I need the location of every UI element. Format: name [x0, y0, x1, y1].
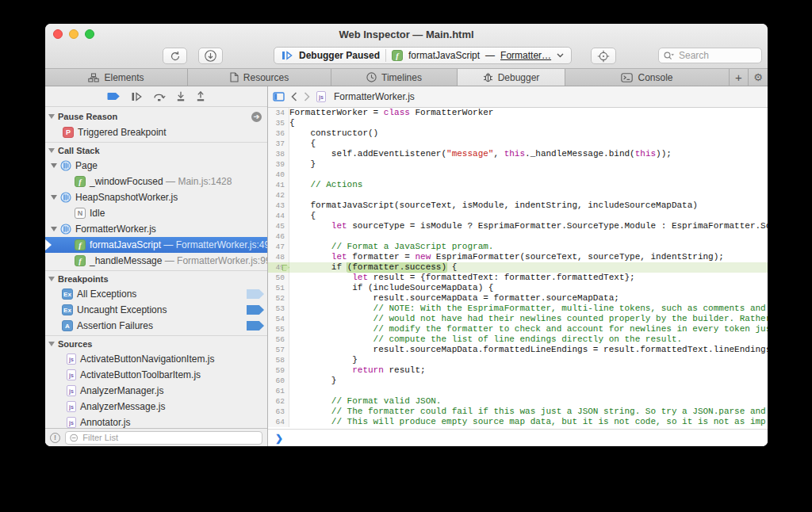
- step-over-button[interactable]: [153, 91, 166, 101]
- line-number-gutter[interactable]: 36: [268, 128, 289, 139]
- tab-debugger[interactable]: Debugger: [458, 69, 565, 86]
- goto-arrow-icon[interactable]: ➔: [251, 112, 262, 122]
- line-number-gutter[interactable]: 43: [268, 201, 289, 211]
- line-number-gutter[interactable]: 59: [268, 365, 289, 376]
- code-text: if (includeSourceMapData) {: [289, 283, 768, 293]
- line-number-gutter[interactable]: 40: [268, 170, 289, 180]
- line-number-gutter[interactable]: 54: [268, 314, 289, 324]
- current-file-crumb[interactable]: js FormatterWorker.js: [316, 91, 415, 102]
- frame-location: — Main.js:1428: [163, 176, 232, 187]
- line-number-gutter[interactable]: 63: [268, 407, 289, 417]
- thread-row[interactable]: Page: [45, 158, 267, 174]
- breakpoint-marker-icon[interactable]: [247, 305, 264, 315]
- tab-resources[interactable]: Resources: [188, 69, 331, 86]
- code-line: 51 if (includeSourceMapData) {: [268, 283, 768, 293]
- search-field[interactable]: [658, 48, 762, 63]
- line-number-gutter[interactable]: 58: [268, 355, 289, 365]
- element-picker-button[interactable]: [591, 48, 616, 64]
- line-number-gutter[interactable]: 45: [268, 221, 289, 231]
- breakpoint-row[interactable]: AAssertion Failures: [45, 318, 267, 334]
- section-header-pause-reason[interactable]: Pause Reason➔: [45, 109, 267, 124]
- call-stack-frame[interactable]: f_windowFocused — Main.js:1428: [45, 174, 267, 189]
- source-file-row[interactable]: jsAnalyzerMessage.js: [45, 399, 267, 415]
- new-tab-button[interactable]: +: [730, 69, 749, 86]
- code-line: 64 // This will produce empty source map…: [268, 417, 768, 427]
- thread-row[interactable]: FormatterWorker.js: [45, 221, 267, 237]
- filter-list-input[interactable]: [81, 432, 258, 443]
- frame-name: _windowFocused: [90, 176, 163, 187]
- js-file-icon: js: [67, 353, 76, 365]
- code-line: 63 // The formatter could fail if this w…: [268, 407, 768, 417]
- line-number-gutter[interactable]: 34: [268, 108, 289, 118]
- pause-reason-item[interactable]: PTriggered Breakpoint: [45, 124, 267, 140]
- gear-icon: ⚙: [753, 71, 763, 83]
- breakpoints-toggle-button[interactable]: [107, 92, 121, 101]
- line-number-gutter[interactable]: 52: [268, 293, 289, 304]
- section-header-sources[interactable]: Sources: [45, 335, 267, 351]
- line-number-gutter[interactable]: 64: [268, 417, 289, 427]
- source-file-row[interactable]: jsAnalyzerManager.js: [45, 383, 267, 399]
- line-number-gutter[interactable]: 41: [268, 180, 289, 190]
- reload-button[interactable]: [163, 48, 187, 64]
- call-stack-frame[interactable]: fformatJavaScript — FormatterWorker.js:4…: [45, 237, 267, 253]
- breakpoint-row[interactable]: ExUncaught Exceptions: [45, 302, 267, 318]
- disclosure-triangle-icon: [51, 163, 57, 168]
- line-number-gutter[interactable]: 46: [268, 231, 289, 242]
- tab-settings-button[interactable]: ⚙: [749, 69, 768, 86]
- line-number-gutter[interactable]: 50: [268, 273, 289, 283]
- line-number-gutter[interactable]: 44: [268, 211, 289, 221]
- filter-field[interactable]: [65, 431, 262, 445]
- download-button[interactable]: [198, 48, 223, 64]
- line-number-gutter[interactable]: 39: [268, 159, 289, 170]
- section-header-call-stack[interactable]: Call Stack: [45, 142, 267, 158]
- line-number-gutter[interactable]: 35: [268, 118, 289, 128]
- line-number-gutter[interactable]: 42: [268, 190, 289, 201]
- step-into-button[interactable]: [176, 91, 186, 101]
- call-stack-frame[interactable]: f_handleMessage — FormatterWorker.js:99: [45, 253, 267, 269]
- step-out-button[interactable]: [196, 91, 205, 101]
- tab-timelines[interactable]: Timelines: [331, 69, 458, 86]
- breakpoint-marker-icon[interactable]: [247, 321, 264, 331]
- quick-console[interactable]: ❯: [268, 429, 768, 446]
- code-line: 40: [268, 170, 768, 180]
- line-number-gutter[interactable]: 38: [268, 149, 289, 159]
- line-number-gutter[interactable]: 61: [268, 386, 289, 396]
- source-file-row[interactable]: jsActivateButtonNavigationItem.js: [45, 351, 267, 367]
- line-number-gutter[interactable]: 47: [268, 242, 289, 252]
- code-text: [289, 231, 768, 242]
- minimize-window-button[interactable]: [69, 29, 79, 39]
- source-file-row[interactable]: jsAnnotator.js: [45, 415, 267, 428]
- thread-row[interactable]: HeapSnapshotWorker.js: [45, 189, 267, 205]
- search-input[interactable]: [677, 49, 749, 62]
- close-window-button[interactable]: [53, 29, 63, 39]
- forward-icon[interactable]: [304, 92, 310, 101]
- back-icon[interactable]: [291, 92, 297, 101]
- tab-console[interactable]: Console: [565, 69, 730, 86]
- section-title: Breakpoints: [58, 274, 109, 284]
- call-stack-frame[interactable]: NIdle: [45, 205, 267, 221]
- debugger-status-group[interactable]: Debugger Paused f formatJavaScript — For…: [274, 47, 572, 64]
- line-number-gutter[interactable]: 37: [268, 139, 289, 149]
- line-number-gutter[interactable]: 48: [268, 252, 289, 262]
- breakpoint-row[interactable]: ExAll Exceptions: [45, 286, 267, 302]
- code-line: 48 let formatter = new EsprimaFormatter(…: [268, 252, 768, 262]
- toggle-left-sidebar-icon[interactable]: [273, 92, 285, 101]
- breakpoint-marker-icon[interactable]: [247, 289, 264, 299]
- zoom-window-button[interactable]: [85, 29, 94, 39]
- search-icon: [664, 52, 674, 60]
- section-header-breakpoints[interactable]: Breakpoints: [45, 270, 267, 286]
- line-number-gutter[interactable]: 53: [268, 304, 289, 314]
- line-number-gutter[interactable]: 57: [268, 345, 289, 355]
- line-number-gutter[interactable]: 62: [268, 396, 289, 407]
- pause-play-icon: [282, 51, 293, 60]
- pause-resume-button[interactable]: [131, 92, 143, 101]
- line-number-gutter[interactable]: 51: [268, 283, 289, 293]
- code-text: // would not have had their newlines cou…: [289, 314, 768, 324]
- line-number-gutter[interactable]: 56: [268, 334, 289, 345]
- line-number-gutter[interactable]: 49: [268, 262, 289, 273]
- source-file-row[interactable]: jsActivateButtonToolbarItem.js: [45, 367, 267, 383]
- line-number-gutter[interactable]: 60: [268, 376, 289, 386]
- errors-filter-icon[interactable]: !: [50, 433, 60, 443]
- line-number-gutter[interactable]: 55: [268, 324, 289, 334]
- tab-elements[interactable]: Elements: [45, 69, 188, 86]
